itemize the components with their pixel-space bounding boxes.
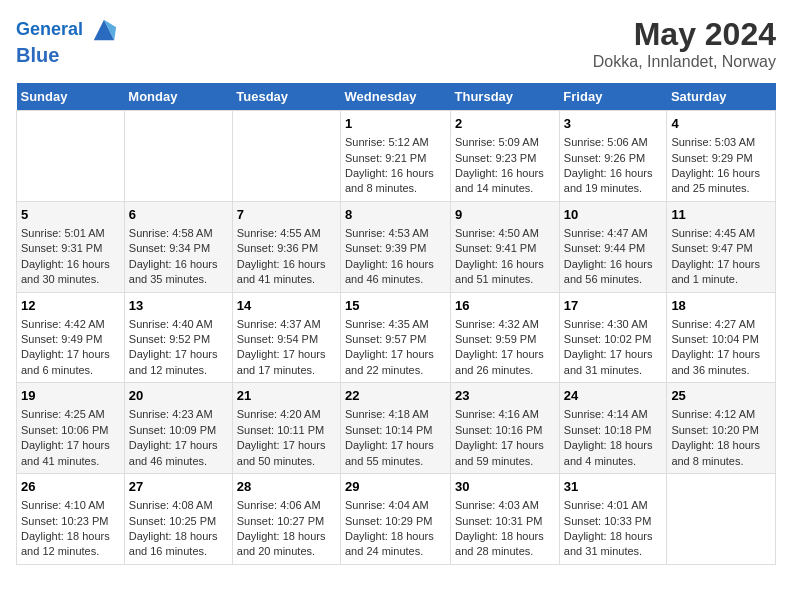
calendar-cell: 3Sunrise: 5:06 AMSunset: 9:26 PMDaylight… [559, 111, 667, 202]
sunrise-text: Sunrise: 4:20 AM [237, 408, 321, 420]
sunrise-text: Sunrise: 4:18 AM [345, 408, 429, 420]
sunrise-text: Sunrise: 4:35 AM [345, 318, 429, 330]
day-number: 15 [345, 297, 446, 315]
day-number: 18 [671, 297, 771, 315]
sunrise-text: Sunrise: 4:27 AM [671, 318, 755, 330]
calendar-cell: 2Sunrise: 5:09 AMSunset: 9:23 PMDaylight… [451, 111, 560, 202]
sunrise-text: Sunrise: 4:04 AM [345, 499, 429, 511]
sunset-text: Sunset: 9:49 PM [21, 333, 102, 345]
day-number: 30 [455, 478, 555, 496]
daylight-text: Daylight: 18 hours and 28 minutes. [455, 530, 544, 557]
calendar-cell [667, 474, 776, 565]
daylight-text: Daylight: 17 hours and 59 minutes. [455, 439, 544, 466]
daylight-text: Daylight: 18 hours and 20 minutes. [237, 530, 326, 557]
daylight-text: Daylight: 16 hours and 56 minutes. [564, 258, 653, 285]
day-number: 1 [345, 115, 446, 133]
sunrise-text: Sunrise: 4:01 AM [564, 499, 648, 511]
sunrise-text: Sunrise: 4:32 AM [455, 318, 539, 330]
sunset-text: Sunset: 10:20 PM [671, 424, 758, 436]
sunset-text: Sunset: 9:21 PM [345, 152, 426, 164]
sunrise-text: Sunrise: 4:40 AM [129, 318, 213, 330]
col-monday: Monday [124, 83, 232, 111]
main-title: May 2024 [593, 16, 776, 53]
sunset-text: Sunset: 9:59 PM [455, 333, 536, 345]
sunrise-text: Sunrise: 4:55 AM [237, 227, 321, 239]
calendar-cell: 16Sunrise: 4:32 AMSunset: 9:59 PMDayligh… [451, 292, 560, 383]
col-friday: Friday [559, 83, 667, 111]
daylight-text: Daylight: 17 hours and 17 minutes. [237, 348, 326, 375]
sunset-text: Sunset: 10:23 PM [21, 515, 108, 527]
day-number: 13 [129, 297, 228, 315]
day-number: 19 [21, 387, 120, 405]
calendar-cell: 18Sunrise: 4:27 AMSunset: 10:04 PMDaylig… [667, 292, 776, 383]
col-saturday: Saturday [667, 83, 776, 111]
col-tuesday: Tuesday [232, 83, 340, 111]
day-number: 17 [564, 297, 663, 315]
daylight-text: Daylight: 18 hours and 8 minutes. [671, 439, 760, 466]
calendar-cell: 25Sunrise: 4:12 AMSunset: 10:20 PMDaylig… [667, 383, 776, 474]
sunset-text: Sunset: 10:31 PM [455, 515, 542, 527]
calendar-cell: 21Sunrise: 4:20 AMSunset: 10:11 PMDaylig… [232, 383, 340, 474]
calendar-cell: 23Sunrise: 4:16 AMSunset: 10:16 PMDaylig… [451, 383, 560, 474]
day-number: 22 [345, 387, 446, 405]
day-number: 20 [129, 387, 228, 405]
daylight-text: Daylight: 16 hours and 19 minutes. [564, 167, 653, 194]
sunset-text: Sunset: 10:27 PM [237, 515, 324, 527]
sunrise-text: Sunrise: 4:37 AM [237, 318, 321, 330]
daylight-text: Daylight: 16 hours and 25 minutes. [671, 167, 760, 194]
calendar-cell: 12Sunrise: 4:42 AMSunset: 9:49 PMDayligh… [17, 292, 125, 383]
daylight-text: Daylight: 18 hours and 4 minutes. [564, 439, 653, 466]
daylight-text: Daylight: 18 hours and 16 minutes. [129, 530, 218, 557]
daylight-text: Daylight: 17 hours and 6 minutes. [21, 348, 110, 375]
daylight-text: Daylight: 18 hours and 12 minutes. [21, 530, 110, 557]
daylight-text: Daylight: 17 hours and 26 minutes. [455, 348, 544, 375]
day-number: 16 [455, 297, 555, 315]
calendar-cell [232, 111, 340, 202]
sunrise-text: Sunrise: 4:25 AM [21, 408, 105, 420]
sunrise-text: Sunrise: 4:06 AM [237, 499, 321, 511]
sunrise-text: Sunrise: 4:42 AM [21, 318, 105, 330]
day-number: 6 [129, 206, 228, 224]
calendar-cell: 4Sunrise: 5:03 AMSunset: 9:29 PMDaylight… [667, 111, 776, 202]
sunrise-text: Sunrise: 4:12 AM [671, 408, 755, 420]
sunrise-text: Sunrise: 4:16 AM [455, 408, 539, 420]
calendar-cell: 28Sunrise: 4:06 AMSunset: 10:27 PMDaylig… [232, 474, 340, 565]
day-number: 29 [345, 478, 446, 496]
day-number: 25 [671, 387, 771, 405]
sunset-text: Sunset: 9:29 PM [671, 152, 752, 164]
daylight-text: Daylight: 17 hours and 22 minutes. [345, 348, 434, 375]
day-number: 3 [564, 115, 663, 133]
sunset-text: Sunset: 9:47 PM [671, 242, 752, 254]
sunset-text: Sunset: 9:52 PM [129, 333, 210, 345]
daylight-text: Daylight: 16 hours and 41 minutes. [237, 258, 326, 285]
day-number: 23 [455, 387, 555, 405]
calendar-cell: 29Sunrise: 4:04 AMSunset: 10:29 PMDaylig… [341, 474, 451, 565]
daylight-text: Daylight: 16 hours and 51 minutes. [455, 258, 544, 285]
calendar-cell: 5Sunrise: 5:01 AMSunset: 9:31 PMDaylight… [17, 201, 125, 292]
sunset-text: Sunset: 9:57 PM [345, 333, 426, 345]
sunrise-text: Sunrise: 4:45 AM [671, 227, 755, 239]
sunset-text: Sunset: 10:02 PM [564, 333, 651, 345]
calendar-cell: 1Sunrise: 5:12 AMSunset: 9:21 PMDaylight… [341, 111, 451, 202]
sunrise-text: Sunrise: 5:09 AM [455, 136, 539, 148]
day-number: 31 [564, 478, 663, 496]
sunrise-text: Sunrise: 4:03 AM [455, 499, 539, 511]
sunset-text: Sunset: 10:16 PM [455, 424, 542, 436]
sunrise-text: Sunrise: 4:08 AM [129, 499, 213, 511]
sunset-text: Sunset: 9:31 PM [21, 242, 102, 254]
sunset-text: Sunset: 10:06 PM [21, 424, 108, 436]
sunset-text: Sunset: 10:18 PM [564, 424, 651, 436]
col-thursday: Thursday [451, 83, 560, 111]
daylight-text: Daylight: 17 hours and 50 minutes. [237, 439, 326, 466]
sunrise-text: Sunrise: 4:47 AM [564, 227, 648, 239]
day-number: 27 [129, 478, 228, 496]
calendar-cell: 26Sunrise: 4:10 AMSunset: 10:23 PMDaylig… [17, 474, 125, 565]
calendar-cell [17, 111, 125, 202]
sunset-text: Sunset: 9:39 PM [345, 242, 426, 254]
day-number: 2 [455, 115, 555, 133]
sunset-text: Sunset: 10:25 PM [129, 515, 216, 527]
calendar-cell: 15Sunrise: 4:35 AMSunset: 9:57 PMDayligh… [341, 292, 451, 383]
calendar-cell: 17Sunrise: 4:30 AMSunset: 10:02 PMDaylig… [559, 292, 667, 383]
day-number: 5 [21, 206, 120, 224]
day-number: 4 [671, 115, 771, 133]
